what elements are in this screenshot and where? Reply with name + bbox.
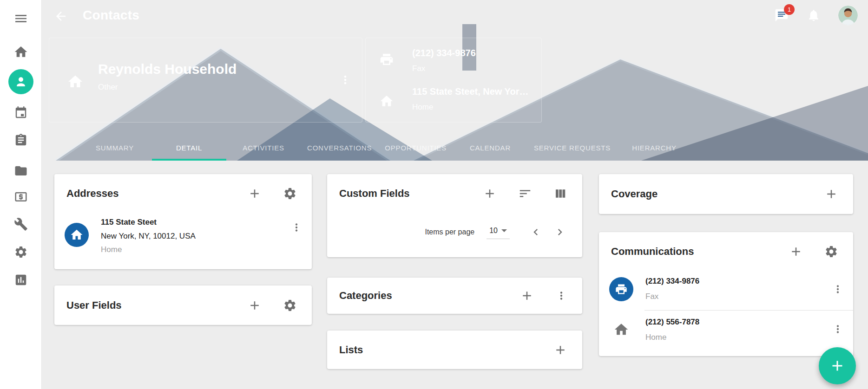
back-arrow-icon[interactable]: [54, 9, 68, 23]
card-title: Lists: [339, 344, 363, 356]
home-icon: [613, 322, 629, 337]
user-avatar[interactable]: [838, 6, 858, 25]
add-icon[interactable]: [553, 343, 567, 357]
tab-opportunities[interactable]: OPPORTUNITIES: [378, 135, 453, 161]
communication-value: (212) 334-9876: [645, 277, 699, 286]
notifications-bell-icon[interactable]: [807, 8, 821, 22]
tab-calendar[interactable]: CALENDAR: [453, 135, 527, 161]
sidebar-item-contacts[interactable]: [8, 69, 33, 94]
quick-info-label: Fax: [412, 64, 425, 73]
user-fields-card: User Fields: [54, 285, 312, 325]
contact-summary-card: Reynolds Household Other: [49, 38, 362, 123]
home-icon: [65, 223, 89, 247]
add-contact-fab[interactable]: [819, 347, 856, 384]
card-title: Custom Fields: [339, 188, 410, 200]
address-street: 115 State Steet: [101, 218, 157, 227]
add-icon[interactable]: [520, 289, 534, 303]
contacts-icon: [8, 69, 33, 94]
add-icon[interactable]: [789, 245, 803, 259]
tab-activities[interactable]: ACTIVITIES: [226, 135, 301, 161]
tab-bar: SUMMARY DETAIL ACTIVITIES CONVERSATIONS …: [78, 135, 691, 161]
tab-hierarchy[interactable]: HIERARCHY: [617, 135, 691, 161]
gear-icon[interactable]: [283, 298, 297, 312]
fax-icon: [609, 277, 633, 301]
card-title: Communications: [611, 246, 694, 258]
home-icon: [379, 94, 394, 109]
card-title: Addresses: [66, 188, 119, 200]
dropdown-caret-icon: [501, 229, 507, 232]
page-title: Contacts: [83, 8, 139, 23]
household-icon: [67, 73, 84, 90]
list-divider: [644, 310, 853, 311]
communications-card: Communications (212) 334-9876 Fax (212) …: [599, 232, 853, 356]
gear-icon[interactable]: [824, 245, 838, 259]
add-icon[interactable]: [824, 187, 838, 201]
quick-info-value: (212) 334-9876: [412, 48, 476, 58]
topbar-actions: 1: [774, 6, 858, 25]
contact-name: Reynolds Household: [98, 61, 237, 77]
add-icon[interactable]: [483, 187, 497, 201]
tab-detail[interactable]: DETAIL: [152, 135, 226, 161]
more-vert-icon[interactable]: [290, 221, 302, 233]
page-size-select[interactable]: 10: [487, 226, 510, 239]
contacts-page: Contacts 1 Reynolds: [0, 0, 868, 389]
card-title: User Fields: [66, 299, 122, 311]
tasks-icon[interactable]: [14, 133, 28, 147]
contact-menu-icon[interactable]: [339, 73, 352, 86]
tab-summary[interactable]: SUMMARY: [78, 135, 152, 161]
communication-label: Fax: [645, 292, 658, 301]
card-title: Coverage: [611, 188, 658, 200]
lists-card: Lists: [327, 331, 582, 369]
settings-icon[interactable]: [14, 245, 28, 259]
quick-info-card: (212) 334-9876 Fax 115 State Steet, New …: [365, 38, 542, 123]
fax-icon: [379, 52, 394, 67]
header: Contacts 1 Reynolds: [42, 0, 868, 161]
messages-icon[interactable]: 1: [774, 8, 789, 23]
add-icon[interactable]: [248, 298, 262, 312]
tools-icon[interactable]: [14, 217, 28, 231]
quick-info-value: 115 State Steet, New Yor…: [412, 86, 528, 97]
home-icon[interactable]: [13, 45, 28, 59]
reports-icon[interactable]: [14, 273, 28, 287]
notification-badge: 1: [784, 4, 795, 15]
categories-card: Categories: [327, 278, 582, 314]
contact-type: Other: [98, 83, 118, 92]
address-city-line: New York, NY, 10012, USA: [101, 232, 196, 241]
sort-icon[interactable]: [518, 187, 532, 201]
communication-value: (212) 556-7878: [645, 318, 699, 327]
more-vert-icon[interactable]: [555, 290, 567, 302]
page-size-value: 10: [489, 227, 498, 235]
pagination-bar: Items per page 10: [425, 220, 566, 244]
add-icon: [829, 357, 846, 374]
columns-icon[interactable]: [553, 187, 567, 201]
card-title: Categories: [339, 290, 392, 302]
tab-conversations[interactable]: CONVERSATIONS: [301, 135, 378, 161]
calendar-icon[interactable]: [14, 106, 28, 120]
gear-icon[interactable]: [283, 187, 297, 201]
menu-icon[interactable]: [13, 11, 28, 26]
billing-icon[interactable]: [14, 190, 28, 204]
add-icon[interactable]: [248, 187, 262, 201]
previous-page-icon[interactable]: [529, 226, 542, 239]
tab-service-requests[interactable]: SERVICE REQUESTS: [527, 135, 617, 161]
communication-label: Home: [645, 333, 666, 342]
quick-info-label: Home: [412, 103, 433, 112]
next-page-icon[interactable]: [553, 226, 566, 239]
sidebar: [0, 0, 42, 389]
address-type-label: Home: [101, 245, 122, 254]
coverage-card: Coverage: [599, 174, 853, 214]
more-vert-icon[interactable]: [832, 283, 844, 295]
addresses-card: Addresses 115 State Steet New York, NY, …: [54, 174, 312, 269]
more-vert-icon[interactable]: [832, 323, 844, 335]
documents-icon[interactable]: [14, 164, 28, 178]
custom-fields-card: Custom Fields Items per page 10: [327, 174, 582, 257]
items-per-page-label: Items per page: [425, 228, 474, 236]
